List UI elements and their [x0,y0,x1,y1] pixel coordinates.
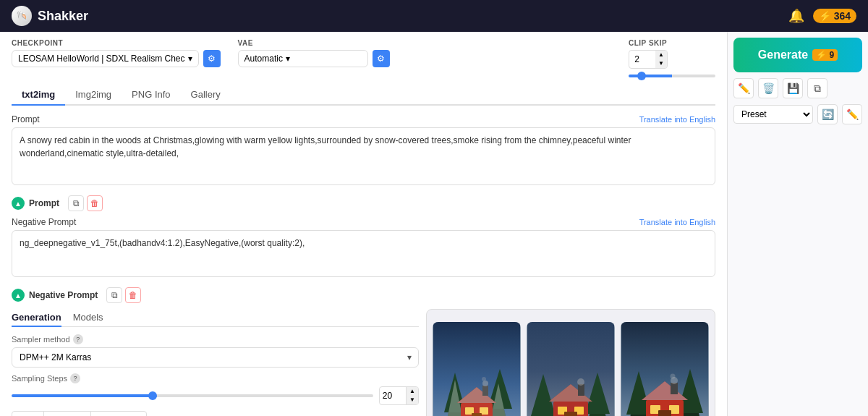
prompt-translate-link[interactable]: Translate into English [639,115,715,124]
svg-point-16 [482,377,486,381]
generate-bolt-icon: ⚡ [816,50,827,60]
svg-rect-13 [472,413,482,417]
svg-point-15 [482,381,488,386]
prompt-collapse-icon: ▲ [12,197,25,210]
copy-icon-btn[interactable]: ⧉ [807,78,827,98]
subtab-hiresfix[interactable]: Hiresfix [43,411,91,416]
clip-skip-label: Clip skip [629,39,715,47]
steps-row: Sampling Steps ? ▲ ▼ [12,373,419,405]
generate-bolt-badge: ⚡ 9 [812,49,838,61]
edit-icon-btn[interactable]: ✏️ [733,78,754,98]
clip-skip-group: Clip skip ▲ ▼ [629,39,715,77]
preset-refresh-icon[interactable]: 🔄 [817,104,838,124]
subtab-xlrefiner[interactable]: XL refiner [90,411,147,416]
steps-help-icon[interactable]: ? [70,373,80,383]
generate-credits: 9 [830,50,835,60]
generated-image-3[interactable] [621,322,709,417]
vae-value: Automatic [244,54,283,64]
svg-rect-45 [671,383,678,394]
steps-input[interactable] [380,389,406,403]
clip-skip-input[interactable] [629,53,655,66]
steps-slider[interactable] [12,394,373,397]
images-panel [426,309,715,416]
svg-rect-14 [482,386,488,396]
negative-prompt-label: Negative Prompt [12,217,76,227]
clip-skip-spinner-btns[interactable]: ▲ ▼ [655,51,667,68]
tab-gallery[interactable]: Gallery [181,85,231,106]
sampler-select[interactable]: DPM++ 2M Karras Euler a Euler DPM++ SDE … [12,347,419,368]
negative-collapse-icon: ▲ [12,289,25,302]
vae-select[interactable]: Automatic ▾ [238,50,368,67]
prompt-collapse-bar[interactable]: ▲ Prompt ⧉ 🗑 [12,192,715,214]
svg-rect-44 [658,410,671,417]
steps-spinner-btns[interactable]: ▲ ▼ [406,387,418,404]
checkpoint-label: CHECKPOINT [12,39,221,47]
settings-tab-generation[interactable]: Generation [12,309,61,327]
vae-label: VAE [238,39,390,47]
checkpoint-value: LEOSAM HelloWorld | SDXL Realism Chec [18,54,185,64]
trash-icon-btn[interactable]: 🗑️ [758,78,778,98]
preset-select[interactable]: Preset [733,105,813,124]
app-logo: 🐚 Shakker [12,6,88,26]
tab-img2img[interactable]: Img2img [65,85,122,106]
main-content: CHECKPOINT LEOSAM HelloWorld | SDXL Real… [0,32,868,416]
right-panel: Generate ⚡ 9 ✏️ 🗑️ 💾 ⧉ Preset 🔄 ✏️ [727,32,868,416]
prompt-delete-btn[interactable]: 🗑 [87,195,103,211]
left-panel: CHECKPOINT LEOSAM HelloWorld | SDXL Real… [0,32,727,416]
header-right: 🔔 ⚡ 364 [788,8,856,24]
vae-icon-btn[interactable]: ⚙ [373,50,390,67]
checkpoint-select-row: LEOSAM HelloWorld | SDXL Realism Chec ▾ … [12,50,221,67]
main-tabs: txt2img Img2img PNG Info Gallery [12,85,715,106]
right-icon-row: ✏️ 🗑️ 💾 ⧉ [733,78,862,98]
steps-down-btn[interactable]: ▼ [407,396,418,404]
checkpoint-icon-btn[interactable]: ⚙ [203,50,221,67]
prompt-header: Prompt Translate into English [12,114,715,124]
negative-prompt-section: Negative Prompt Translate into English n… [12,217,715,280]
negative-copy-btn[interactable]: ⧉ [106,287,122,303]
checkpoint-chevron-icon: ▾ [188,54,192,64]
svg-rect-29 [564,412,577,417]
steps-value-box: ▲ ▼ [379,386,419,405]
clip-skip-up-btn[interactable]: ▲ [655,51,667,59]
prompt-textarea[interactable]: A snowy red cabin in the woods at Christ… [12,127,715,185]
checkpoint-row: CHECKPOINT LEOSAM HelloWorld | SDXL Real… [12,39,715,77]
prompt-section: Prompt Translate into English A snowy re… [12,114,715,188]
negative-delete-btn[interactable]: 🗑 [125,287,141,303]
tab-pnginfo[interactable]: PNG Info [122,85,180,106]
vae-select-row: Automatic ▾ ⚙ [238,50,390,67]
app-header: 🐚 Shakker 🔔 ⚡ 364 [0,0,868,32]
clip-skip-slider[interactable] [629,75,715,77]
clip-skip-row: ▲ ▼ [629,50,715,69]
steps-up-btn[interactable]: ▲ [407,387,418,396]
negative-prompt-textarea[interactable]: ng_deepnegative_v1_75t,(badhandv4:1.2),E… [12,230,715,277]
credits-count: 364 [834,10,851,22]
steps-label: Sampling Steps ? [12,373,419,383]
subtab-tile[interactable]: Tile [12,411,44,416]
prompt-copy-btn[interactable]: ⧉ [68,195,84,211]
bell-icon[interactable]: 🔔 [788,8,804,24]
clip-skip-spinner[interactable]: ▲ ▼ [629,50,668,69]
negative-collapse-label: Negative Prompt [29,290,98,300]
settings-panel: Generation Models Sampler method ? DPM++… [12,309,426,416]
vae-chevron-icon: ▾ [286,54,290,64]
sampler-help-icon[interactable]: ? [73,334,83,344]
bolt-icon: ⚡ [819,10,831,22]
generated-image-1[interactable] [433,322,521,417]
svg-point-31 [577,378,584,386]
negative-translate-link[interactable]: Translate into English [639,218,715,226]
clip-skip-down-btn[interactable]: ▼ [655,59,667,68]
generate-button[interactable]: Generate ⚡ 9 [733,38,862,72]
tab-txt2img[interactable]: txt2img [12,85,65,106]
preset-row: Preset 🔄 ✏️ [733,104,862,124]
negative-collapse-bar[interactable]: ▲ Negative Prompt ⧉ 🗑 [12,284,715,306]
checkpoint-select[interactable]: LEOSAM HelloWorld | SDXL Realism Chec ▾ [12,50,199,67]
sampler-select-wrapper: DPM++ 2M Karras Euler a Euler DPM++ SDE … [12,347,419,368]
credits-badge: ⚡ 364 [813,9,856,23]
save-icon-btn[interactable]: 💾 [783,78,803,98]
subtabs-row: Tile Hiresfix XL refiner [12,411,419,416]
vae-group: VAE Automatic ▾ ⚙ [238,39,390,67]
generate-label: Generate [758,48,808,61]
preset-edit-icon[interactable]: ✏️ [842,104,862,124]
settings-tab-models[interactable]: Models [73,309,103,327]
generated-image-2[interactable] [527,322,615,417]
